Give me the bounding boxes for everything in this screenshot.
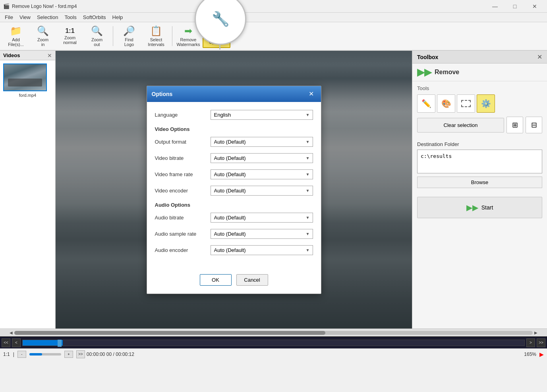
menu-help[interactable]: Help — [109, 13, 126, 21]
ok-button[interactable]: OK — [200, 274, 232, 286]
audio-samplerate-row: Audio sample rate Auto (Default) 44100 H… — [155, 229, 313, 239]
language-select[interactable]: English French German Spanish — [211, 110, 313, 120]
audio-bitrate-row: Audio bitrate Auto (Default) 128 kbps 19… — [155, 213, 313, 223]
menu-selection[interactable]: Selection — [34, 13, 61, 21]
video-encoder-select[interactable]: Auto (Default) H.264 H.265 VP9 — [211, 186, 313, 196]
thumb-overlay — [8, 79, 42, 86]
video-bitrate-label: Video bitrate — [155, 155, 211, 161]
output-format-select[interactable]: Auto (Default) MP4 AVI MKV — [211, 137, 313, 147]
magnify-content: 🔧 — [212, 11, 230, 27]
remove-arrows-icon: ▶▶ — [417, 67, 431, 78]
video-bitrate-select-wrapper: Auto (Default) Low Medium High — [211, 153, 313, 163]
zoom-in-icon: 🔍 — [37, 25, 49, 37]
timeline-back-button[interactable]: < — [12, 338, 21, 347]
video-encoder-label: Video encoder — [155, 188, 211, 194]
video-framerate-select-wrapper: Auto (Default) 24fps 30fps 60fps — [211, 169, 313, 179]
status-bar: 1:1 | - + >> 00:00:00 00 / 00:00:12 165%… — [0, 348, 547, 359]
selection-minus-icon: ⊟ — [531, 121, 537, 129]
cancel-button[interactable]: Cancel — [236, 274, 268, 286]
zoom-slider[interactable] — [29, 353, 61, 355]
start-button[interactable]: ▶▶ Start — [417, 197, 542, 218]
main-area: Videos ✕ ford.mp4 Options ✕ — [0, 51, 547, 329]
language-select-wrapper: English French German Spanish — [211, 110, 313, 120]
browse-button[interactable]: Browse — [417, 177, 542, 188]
brush-icon: 🎨 — [441, 99, 451, 108]
magic-tool-button[interactable]: ⚙️ — [477, 94, 495, 113]
pencil-icon: ✏️ — [421, 99, 431, 108]
audio-bitrate-select-wrapper: Auto (Default) 128 kbps 192 kbps 320 kbp… — [211, 213, 313, 223]
tools-grid: ✏️ 🎨 ⚙️ — [417, 94, 542, 113]
selection-icon-btn-2[interactable]: ⊟ — [526, 117, 542, 133]
add-files-button[interactable]: 📁 AddFile(s)... — [3, 24, 29, 48]
toolbox-close-button[interactable]: ✕ — [537, 53, 542, 61]
remove-title: Remove — [435, 69, 459, 76]
timeline-forward-button[interactable]: > — [526, 338, 535, 347]
zoom-minus-button[interactable]: - — [17, 351, 26, 358]
menu-softorbits[interactable]: SoftOrbits — [80, 13, 109, 21]
video-framerate-select[interactable]: Auto (Default) 24fps 30fps 60fps — [211, 169, 313, 179]
menu-view[interactable]: View — [16, 13, 34, 21]
timeline-thumb[interactable] — [58, 340, 62, 347]
video-area[interactable]: Options ✕ Language English French German — [56, 51, 412, 329]
select-intervals-label: SelectIntervals — [148, 37, 164, 47]
audio-encoder-select-wrapper: Auto (Default) AAC MP3 Opus — [211, 245, 313, 255]
menu-tools[interactable]: Tools — [61, 13, 79, 21]
audio-bitrate-select[interactable]: Auto (Default) 128 kbps 192 kbps 320 kbp… — [211, 213, 313, 223]
menu-file[interactable]: File — [2, 13, 16, 21]
zoom-out-icon: 🔍 — [91, 25, 103, 37]
close-button[interactable]: ✕ — [526, 0, 544, 13]
language-row: Language English French German Spanish — [155, 110, 313, 120]
minimize-button[interactable]: — — [486, 0, 504, 13]
clear-selection-button[interactable]: Clear selection — [417, 118, 504, 133]
zoom-out-label: Zoomout — [91, 37, 102, 47]
zoom-normal-button[interactable]: 1:1 Zoomnormal — [57, 24, 83, 48]
audio-encoder-row: Audio encoder Auto (Default) AAC MP3 Opu… — [155, 245, 313, 255]
videos-close-button[interactable]: ✕ — [47, 53, 52, 58]
status-forward-button[interactable]: >> — [76, 350, 85, 358]
video-bitrate-select[interactable]: Auto (Default) Low Medium High — [211, 153, 313, 163]
selection-icon-btn-1[interactable]: ⊞ — [506, 117, 523, 133]
output-format-label: Output format — [155, 139, 211, 145]
zoom-out-button[interactable]: 🔍 Zoomout — [84, 24, 110, 48]
remove-watermarks-icon: ➡ — [184, 25, 192, 37]
horizontal-scroll-thumb[interactable] — [14, 331, 325, 335]
videos-title: Videos — [3, 52, 20, 58]
options-btn-container: 🔧 🔧 Options — [203, 24, 230, 48]
maximize-button[interactable]: □ — [506, 0, 524, 13]
window-title: Remove Logo Now! - ford.mp4 — [12, 4, 486, 9]
audio-encoder-select[interactable]: Auto (Default) AAC MP3 Opus — [211, 245, 313, 255]
timeline-skip-forward-button[interactable]: >> — [537, 338, 545, 347]
selection-controls: Clear selection ⊞ ⊟ — [417, 117, 542, 133]
toolbar-separator-1 — [113, 26, 113, 46]
rect-select-icon — [461, 100, 471, 107]
timeline-skip-back-button[interactable]: << — [2, 338, 10, 347]
find-logo-button[interactable]: 🔎 FindLogo — [116, 24, 142, 48]
videos-header: Videos ✕ — [0, 51, 55, 60]
audio-samplerate-select[interactable]: Auto (Default) 44100 Hz 48000 Hz — [211, 229, 313, 239]
status-separator-1: | — [13, 352, 14, 357]
zoom-plus-button[interactable]: + — [64, 351, 73, 358]
dialog-close-button[interactable]: ✕ — [307, 89, 316, 99]
tools-section: Tools ✏️ 🎨 ⚙️ — [412, 81, 547, 137]
audio-options-header: Audio Options — [155, 202, 313, 208]
rect-select-tool-button[interactable] — [457, 94, 475, 113]
destination-path-input[interactable]: c:\results — [417, 150, 542, 173]
scroll-right-arrow[interactable]: ▶ — [533, 331, 539, 335]
destination-section: Destination Folder c:\results Browse — [412, 137, 547, 192]
timeline-track[interactable] — [22, 340, 525, 346]
pencil-tool-button[interactable]: ✏️ — [417, 94, 435, 113]
audio-bitrate-label: Audio bitrate — [155, 215, 211, 221]
tools-label: Tools — [417, 85, 542, 91]
select-intervals-icon: 📋 — [150, 25, 162, 37]
video-filename: ford.mp4 — [3, 93, 52, 98]
select-intervals-button[interactable]: 📋 SelectIntervals — [143, 24, 169, 48]
zoom-in-button[interactable]: 🔍 Zoomin — [30, 24, 56, 48]
video-thumbnail[interactable]: ford.mp4 — [0, 60, 55, 101]
horizontal-scroll-track[interactable] — [14, 331, 533, 335]
brush-tool-button[interactable]: 🎨 — [437, 94, 455, 113]
youtube-icon: ▶ — [539, 351, 544, 357]
remove-section-header: ▶▶ Remove — [412, 63, 547, 81]
zoom-percentage: 165% — [524, 352, 536, 357]
scroll-left-arrow[interactable]: ◀ — [8, 331, 14, 335]
find-logo-icon: 🔎 — [123, 25, 135, 37]
